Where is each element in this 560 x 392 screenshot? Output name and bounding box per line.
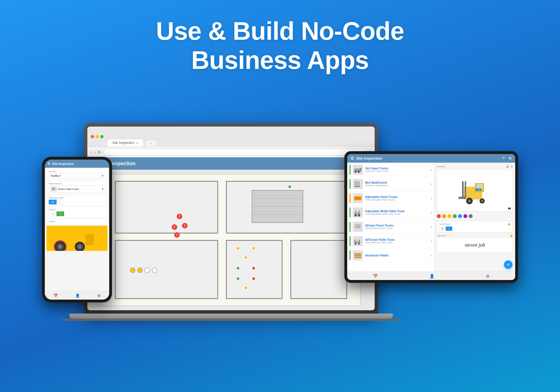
tablet-grid-icon[interactable]: ⊞: [486, 274, 489, 278]
item-info-4: Adjustable Width Pallet Truck 1004-Adjus…: [365, 210, 428, 215]
expand-dot[interactable]: [100, 135, 104, 138]
tablet-contacts-icon[interactable]: 👤: [430, 274, 434, 278]
item-arrow-3: ›: [431, 196, 432, 200]
color-blue[interactable]: [458, 214, 462, 218]
svg-point-48: [481, 200, 483, 202]
color-orange[interactable]: [442, 214, 446, 218]
image-label: Image*: [49, 220, 105, 223]
equipment-thumb: [51, 186, 57, 192]
fp-dot-6: [236, 266, 240, 270]
clean-n-button[interactable]: N: [49, 211, 57, 216]
back-icon[interactable]: ‹: [91, 150, 92, 154]
fp-alert-3: !: [172, 224, 177, 230]
devices-container: Site Inspection ✕ × ‹ › ↻ ≡: [42, 123, 518, 392]
list-item-7[interactable]: Aluminum Pallets ›: [347, 248, 434, 263]
phone-image-area[interactable]: [46, 226, 108, 251]
item-color-bar-6: [349, 236, 351, 246]
phone-content: Facility* Facility 3 ▾ Equipment ID Elec…: [45, 168, 109, 291]
color-yellow[interactable]: [447, 214, 451, 218]
item-thumb-4: [353, 207, 363, 218]
laptop: Site Inspection ✕ × ‹ › ↻ ≡: [84, 123, 378, 336]
tablet-body: 3in1 Hand Trucks 1001-3in1 Hand Trucks ›…: [347, 163, 515, 272]
equipment-value: Electric Pallet Trucks: [58, 188, 79, 190]
fp-room-1: [115, 181, 218, 233]
item-color-bar-7: [349, 250, 351, 260]
clean-y-button[interactable]: Y: [57, 211, 64, 216]
floorplan: ! ! ! !: [101, 174, 361, 306]
equipment-dropdown[interactable]: Electric Pallet Trucks ▾: [49, 185, 105, 193]
tablet-menu-icon[interactable]: ☰: [351, 156, 354, 160]
svg-rect-16: [356, 181, 358, 187]
tab-1[interactable]: Site Inspection ✕: [107, 139, 144, 146]
audit-toggle: N Y: [439, 227, 452, 231]
svg-point-14: [358, 171, 360, 173]
audit-label: Audit Pass*: [439, 223, 451, 225]
item-color-bar-3: [349, 193, 351, 203]
svg-rect-18: [354, 186, 360, 187]
camera-icon[interactable]: 📷: [508, 207, 511, 209]
item-thumb-3: [353, 193, 363, 203]
browser-chrome: Site Inspection ✕ ×: [87, 127, 375, 147]
color-purple[interactable]: [463, 214, 467, 218]
laptop-foot: [62, 319, 400, 321]
phone-menu-icon[interactable]: ☰: [48, 162, 50, 165]
item-sub-3: 1003-Adjustable Panel Trucks: [365, 199, 428, 201]
toggle-y-button[interactable]: Y: [57, 200, 64, 204]
phone-calendar-icon[interactable]: 📅: [53, 293, 58, 298]
minimize-dot[interactable]: [95, 135, 99, 138]
tab-2[interactable]: ×: [145, 140, 157, 146]
detail-expand-icon[interactable]: ⊞: [511, 165, 513, 168]
color-red[interactable]: [437, 214, 441, 218]
close-dot[interactable]: [91, 135, 94, 138]
item-info-5: AFrame Panel Trucks 1005-AFrame Panel Tr…: [365, 224, 428, 230]
audit-toggle-row: N Y: [439, 227, 511, 231]
audit-n-btn[interactable]: N: [439, 227, 446, 231]
svg-text:HYMO: HYMO: [477, 189, 480, 191]
color-green[interactable]: [453, 214, 457, 218]
working-order-field: Working Order? N Y: [46, 195, 108, 206]
tablet-refresh-icon[interactable]: ↻: [509, 156, 512, 160]
hero-line1: Use & Build No-Code: [0, 17, 560, 46]
svg-rect-39: [462, 181, 464, 198]
list-item-6[interactable]: AllTerrain Pallet Truck 1006-AllTerrain …: [347, 234, 434, 248]
audit-section: Audit Pass* 🔒 N Y: [437, 221, 513, 232]
item-arrow-4: ›: [431, 210, 432, 215]
tablet-header: ☰ Site Inspection 🔍 ↻: [347, 154, 515, 163]
reload-icon[interactable]: ↻: [98, 150, 101, 154]
item-info-6: AllTerrain Pallet Truck 1006-AllTerrain …: [365, 238, 428, 244]
color-grey[interactable]: [469, 214, 473, 218]
list-item-3[interactable]: Adjustable Panel Trucks 1003-Adjustable …: [347, 191, 434, 206]
tablet-calendar-icon[interactable]: 📅: [373, 274, 378, 278]
phone-header: ☰ Site Inspection: [45, 160, 109, 168]
lock-icon[interactable]: 🔒: [506, 165, 509, 168]
list-item-5[interactable]: AFrame Panel Trucks 1005-AFrame Panel Tr…: [347, 220, 434, 234]
audit-lock-icon[interactable]: 🔒: [508, 223, 511, 225]
svg-point-9: [79, 246, 81, 248]
svg-rect-17: [358, 181, 360, 187]
fp-alert-4: !: [174, 232, 180, 238]
phone-grid-icon[interactable]: ⊞: [97, 293, 101, 298]
fab-button[interactable]: +: [504, 260, 512, 269]
forward-icon[interactable]: ›: [94, 150, 96, 154]
svg-point-25: [358, 214, 360, 216]
address-bar[interactable]: [103, 149, 366, 155]
tab-close-icon[interactable]: ✕: [136, 141, 138, 144]
list-item-2[interactable]: 8In1 MultiCarts® 1002-8In1 MultiCarts® ›: [347, 177, 434, 191]
audit-y-btn[interactable]: Y: [446, 227, 452, 231]
sig-lock-icon[interactable]: 🔒: [510, 234, 513, 237]
svg-rect-3: [85, 234, 94, 245]
tab-label-1: Site Inspection: [112, 141, 134, 145]
working-order-label: Working Order?: [49, 197, 105, 199]
toggle-n-button[interactable]: N: [49, 200, 57, 204]
facility-dropdown[interactable]: Facility 3 ▾: [49, 173, 105, 178]
list-item[interactable]: 3in1 Hand Trucks 1001-3in1 Hand Trucks ›: [347, 163, 434, 177]
item-info-1: 3in1 Hand Trucks 1001-3in1 Hand Trucks: [365, 167, 428, 172]
signature-box[interactable]: steven job: [437, 237, 513, 253]
list-item-4[interactable]: Adjustable Width Pallet Truck 1004-Adjus…: [347, 206, 434, 220]
hero-title: Use & Build No-Code Business Apps: [0, 0, 560, 75]
hero-line2: Business Apps: [0, 46, 560, 75]
equipment-label: Equipment ID: [49, 182, 105, 185]
item-name-6: AllTerrain Pallet Truck: [365, 238, 428, 241]
phone-contacts-icon[interactable]: 👤: [75, 293, 80, 298]
tablet-search-icon[interactable]: 🔍: [502, 156, 507, 160]
